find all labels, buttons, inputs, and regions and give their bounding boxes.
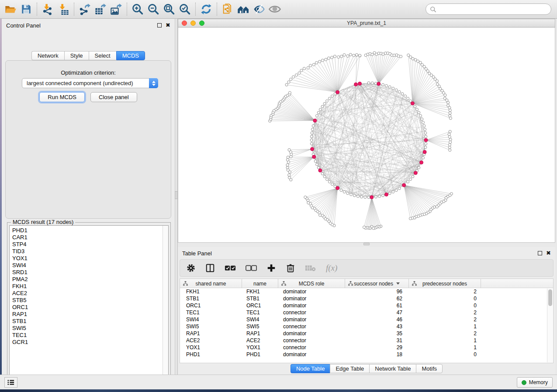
mcds-result-item[interactable]: ACE2 xyxy=(12,290,163,297)
tab-network-table[interactable]: Network Table xyxy=(369,364,416,373)
tab-mcds[interactable]: MCDS xyxy=(116,51,145,60)
show-columns-button[interactable] xyxy=(205,263,215,273)
table-settings-button[interactable] xyxy=(186,263,196,273)
table-row[interactable]: RAP1RAP1dominator352 xyxy=(180,330,553,337)
show-hide-button[interactable] xyxy=(267,1,283,17)
delete-column-button[interactable] xyxy=(286,263,295,273)
table-row[interactable]: STB1STB1dominator620 xyxy=(180,295,553,302)
memory-button[interactable]: Memory xyxy=(517,377,553,388)
table-cell: 0 xyxy=(409,295,481,302)
open-file-button[interactable] xyxy=(3,1,18,17)
close-panel-icon[interactable]: ✖ xyxy=(166,23,170,28)
mcds-result-item[interactable]: RAP1 xyxy=(12,311,163,318)
add-column-button[interactable] xyxy=(266,263,276,273)
save-session-button[interactable] xyxy=(18,1,34,17)
refresh-layout-button[interactable] xyxy=(198,1,214,17)
mcds-result-item[interactable]: STB1 xyxy=(12,318,163,325)
mcds-result-item[interactable]: GCR1 xyxy=(12,339,163,346)
mcds-result-item[interactable]: SWI4 xyxy=(12,262,163,269)
table-cell: 62 xyxy=(345,295,409,302)
tab-style[interactable]: Style xyxy=(64,51,89,60)
network-node xyxy=(367,196,370,199)
mcds-result-item[interactable]: FKH1 xyxy=(12,283,163,290)
network-node xyxy=(392,87,394,89)
column-header-predecessor-nodes[interactable]: predecessor nodes xyxy=(409,279,481,288)
mcds-result-item[interactable]: PHD1 xyxy=(12,227,163,234)
table-row[interactable]: ORC1ORC1dominator610 xyxy=(180,302,553,309)
run-mcds-button[interactable]: Run MCDS xyxy=(39,92,85,102)
zoom-out-button[interactable] xyxy=(145,1,161,17)
tab-edge-table[interactable]: Edge Table xyxy=(330,364,369,373)
table-scrollbar-thumb[interactable] xyxy=(548,289,552,306)
network-node xyxy=(326,100,329,102)
mcds-result-item[interactable]: TID3 xyxy=(12,248,163,255)
close-panel-button[interactable]: Close panel xyxy=(90,92,137,102)
deselect-all-button[interactable] xyxy=(246,264,257,272)
mcds-result-item[interactable]: SRD1 xyxy=(12,269,163,276)
mcds-result-list[interactable]: PHD1CAR1STP4TID3YOX1SWI4SRD1PMA2FKH1ACE2… xyxy=(9,225,169,382)
table-row[interactable]: ACE2ACE2connector311 xyxy=(180,337,553,344)
optimization-criterion-label: Optimization criterion: xyxy=(6,69,171,76)
zoom-fit-button[interactable] xyxy=(161,1,177,17)
table-scrollbar[interactable] xyxy=(547,289,553,362)
mcds-result-item[interactable]: STB5 xyxy=(12,297,163,304)
vertical-splitter-handle[interactable] xyxy=(175,191,178,199)
network-analyzer-button[interactable] xyxy=(235,1,251,17)
table-row[interactable]: TEC1TEC1connector472 xyxy=(180,309,553,316)
mcds-result-item[interactable]: PMA2 xyxy=(12,276,163,283)
search-input[interactable] xyxy=(426,3,551,15)
network-node xyxy=(321,105,324,108)
table-cell: dominator xyxy=(278,351,345,358)
table-row[interactable]: SWI4SWI4dominator462 xyxy=(180,316,553,323)
export-image-button[interactable] xyxy=(108,1,124,17)
mcds-result-item[interactable]: ORC1 xyxy=(12,304,163,311)
network-node xyxy=(388,192,391,195)
import-network-button[interactable] xyxy=(40,1,55,17)
column-header-shared-name[interactable]: shared name xyxy=(180,279,242,288)
vertical-splitter[interactable] xyxy=(175,19,178,375)
column-header-MCDS-role[interactable]: MCDS role xyxy=(278,279,345,288)
mcds-result-item[interactable]: CAR1 xyxy=(12,234,163,241)
column-header-name[interactable]: name xyxy=(242,279,278,288)
tab-select[interactable]: Select xyxy=(89,51,116,60)
node-table[interactable]: shared namenameMCDS rolesuccessor nodesp… xyxy=(180,279,554,363)
network-node xyxy=(286,164,289,166)
mcds-result-item[interactable]: SWI5 xyxy=(12,325,163,332)
horizontal-splitter-handle[interactable] xyxy=(363,243,370,245)
style-visibility-button[interactable] xyxy=(251,1,267,17)
mcds-result-item[interactable]: YOX1 xyxy=(12,255,163,262)
table-row[interactable]: PHD1PHD1dominator180 xyxy=(180,351,553,358)
control-panel: Control Panel ✖ Network Style Select MCD… xyxy=(2,19,175,375)
task-history-button[interactable] xyxy=(4,377,17,388)
table-row[interactable]: YOX1YOX1connector291 xyxy=(180,344,553,351)
criterion-dropdown[interactable]: largest connected component (undirected) xyxy=(22,78,158,88)
network-node xyxy=(350,193,353,196)
zoom-selected-button[interactable] xyxy=(177,1,193,17)
tab-node-table[interactable]: Node Table xyxy=(291,364,330,373)
table-float-panel-icon[interactable] xyxy=(538,251,542,255)
table-close-panel-icon[interactable]: ✖ xyxy=(546,251,551,255)
import-table-button[interactable] xyxy=(55,1,71,17)
select-all-button[interactable] xyxy=(225,264,236,272)
float-panel-icon[interactable] xyxy=(157,23,162,28)
network-file-button[interactable] xyxy=(220,1,235,17)
export-table-button[interactable] xyxy=(93,1,108,17)
network-graph[interactable] xyxy=(178,28,555,242)
table-row[interactable]: FKH1FKH1dominator962 xyxy=(180,288,553,295)
network-window-titlebar[interactable]: YPA_prune.txt_1 xyxy=(178,19,555,28)
tab-motifs[interactable]: Motifs xyxy=(416,364,443,373)
column-header-successor-nodes[interactable]: successor nodes xyxy=(345,279,409,288)
export-network-button[interactable] xyxy=(77,1,93,17)
mcds-result-item[interactable]: STP4 xyxy=(12,241,163,248)
function-builder-button-disabled: f(x) xyxy=(326,263,337,273)
table-row[interactable]: SWI5SWI5connector431 xyxy=(180,323,553,330)
mcds-result-item[interactable]: TEC1 xyxy=(12,332,163,339)
table-cell: 18 xyxy=(345,351,409,358)
mcds-list-scrollbar[interactable] xyxy=(163,226,168,382)
network-node xyxy=(310,135,313,138)
network-node xyxy=(354,83,358,86)
tab-network[interactable]: Network xyxy=(31,51,64,60)
network-node xyxy=(424,132,427,134)
network-canvas[interactable] xyxy=(178,28,555,243)
zoom-in-button[interactable] xyxy=(130,1,145,17)
